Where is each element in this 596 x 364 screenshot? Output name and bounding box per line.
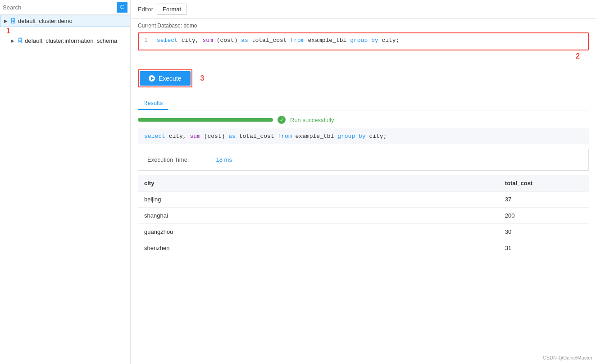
cell-city: shenzhen <box>138 240 499 256</box>
cell-city: guangzhou <box>138 224 499 240</box>
execute-button-wrapper: Execute <box>138 69 192 87</box>
sql-editor-box[interactable]: 1 select city, sum (cost) as total_cost … <box>138 32 589 50</box>
main-panel: Editor Format Current Database: demo 1 s… <box>131 0 596 364</box>
cell-city: beijing <box>138 191 499 208</box>
column-header-city: city <box>138 175 499 191</box>
result-sql-from: from <box>278 133 292 140</box>
sidebar-item-label: default_cluster:demo <box>18 18 73 24</box>
database-icon-2: 🗄 <box>17 37 23 44</box>
sql-keyword-from: from <box>291 37 305 44</box>
line-number: 1 <box>144 37 151 44</box>
sql-func-sum: sum <box>202 37 213 44</box>
current-database-label: Current Database: demo <box>138 23 589 29</box>
step2-annotation: 2 <box>141 52 589 60</box>
results-area: Results ✓ Run successfully select city, … <box>131 93 596 364</box>
table-row: shanghai200 <box>138 208 589 224</box>
editor-area: Current Database: demo 1 select city, su… <box>131 19 596 64</box>
cell-total-cost: 31 <box>499 240 589 256</box>
sidebar-item-information-schema[interactable]: ▶ 🗄 default_cluster:information_schema <box>0 35 130 46</box>
execution-time-value: 18 ms <box>216 156 232 163</box>
play-icon <box>149 75 155 82</box>
success-text: Run successfully <box>290 117 334 123</box>
result-sql-select: select <box>144 133 165 140</box>
toolbar: Editor Format <box>131 0 596 19</box>
sql-keyword-as: as <box>241 37 248 44</box>
format-button[interactable]: Format <box>157 4 187 15</box>
chevron-right-icon: ▶ <box>4 18 9 23</box>
search-input[interactable] <box>3 4 115 11</box>
sidebar-tree: ▶ 🗄 default_cluster:demo 1 ▶ 🗄 default_c… <box>0 15 130 364</box>
tab-results[interactable]: Results <box>138 97 168 110</box>
step1-annotation: 1 <box>6 27 10 35</box>
execution-time-box: Execution Time: 18 ms <box>138 149 589 171</box>
search-button[interactable]: C <box>117 2 127 13</box>
cell-total-cost: 37 <box>499 191 589 208</box>
results-tbody: beijing37shanghai200guangzhou30shenzhen3… <box>138 191 589 256</box>
result-sql-group: group <box>337 133 355 140</box>
execute-label: Execute <box>159 75 182 82</box>
progress-bar <box>138 118 273 122</box>
table-row: guangzhou30 <box>138 224 589 240</box>
result-sql-by: by <box>359 133 366 140</box>
cell-city: shanghai <box>138 208 499 224</box>
sidebar-item-default-cluster-demo[interactable]: ▶ 🗄 default_cluster:demo <box>0 15 130 27</box>
database-icon: 🗄 <box>10 18 16 24</box>
step3-annotation: 3 <box>200 74 205 82</box>
execution-time-label: Execution Time: <box>147 156 189 163</box>
sql-code[interactable]: select city, sum (cost) as total_cost fr… <box>157 37 582 44</box>
results-tabs: Results <box>138 93 589 110</box>
search-icon: C <box>120 4 124 10</box>
sql-keyword-by: by <box>371 37 378 44</box>
sql-keyword-select: select <box>157 37 178 44</box>
success-icon: ✓ <box>278 116 286 124</box>
chevron-right-icon-2: ▶ <box>11 38 15 43</box>
result-sql-as: as <box>228 133 236 140</box>
result-sql-sum: sum <box>190 133 200 140</box>
editor-label: Editor <box>138 6 153 13</box>
watermark: CSDN @DanielMaster <box>543 355 592 360</box>
table-row: shenzhen31 <box>138 240 589 256</box>
progress-row: ✓ Run successfully <box>138 116 589 124</box>
search-bar: C <box>0 0 130 15</box>
sidebar: C ▶ 🗄 default_cluster:demo 1 ▶ 🗄 default… <box>0 0 131 364</box>
sidebar-item-label-2: default_cluster:information_schema <box>25 37 117 44</box>
cell-total-cost: 200 <box>499 208 589 224</box>
execute-area: Execute 3 <box>131 64 596 93</box>
sql-keyword-group: group <box>350 37 368 44</box>
sql-display-box: select city, sum (cost) as total_cost fr… <box>138 128 589 144</box>
table-row: beijing37 <box>138 191 589 208</box>
execute-button[interactable]: Execute <box>140 71 191 86</box>
cell-total-cost: 30 <box>499 224 589 240</box>
column-header-total-cost: total_cost <box>499 175 589 191</box>
results-table: city total_cost beijing37shanghai200guan… <box>138 175 589 256</box>
